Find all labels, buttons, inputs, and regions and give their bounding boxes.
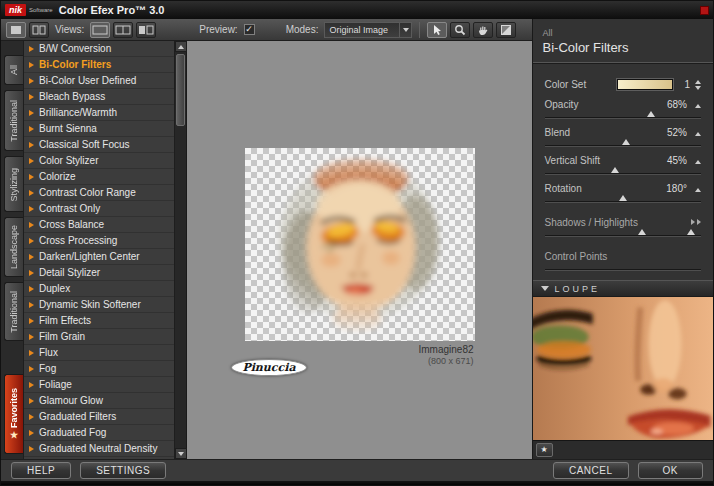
filter-list-item[interactable]: Color Stylizer xyxy=(24,153,174,169)
filter-list-item[interactable]: Graduated Filters xyxy=(24,409,174,425)
scrollbar-thumb[interactable] xyxy=(176,54,185,126)
filter-list-scrollbar[interactable] xyxy=(175,41,187,459)
filter-bullet-icon xyxy=(29,142,34,148)
filter-list-item[interactable]: Cross Processing xyxy=(24,233,174,249)
panel-controls: Color Set 1 Opacity 68% xyxy=(533,63,714,270)
filter-list-item[interactable]: Film Grain xyxy=(24,329,174,345)
filter-list-item[interactable]: Foliage xyxy=(24,377,174,393)
filter-list-item[interactable]: B/W Conversion xyxy=(24,41,174,57)
modes-select[interactable]: Original Image xyxy=(324,22,412,38)
slider-value: 45% xyxy=(667,155,687,166)
loupe-preview[interactable] xyxy=(533,297,714,440)
slider-handle[interactable] xyxy=(647,111,655,117)
shadows-highlights-section: Shadows / Highlights xyxy=(545,216,702,236)
slider-label: Vertical Shift xyxy=(545,155,601,166)
image-title: Immagine82 xyxy=(418,344,473,355)
filter-list-item[interactable]: Dynamic Skin Softener xyxy=(24,297,174,313)
filter-list-item[interactable]: Cross Balance xyxy=(24,217,174,233)
shadows-handle[interactable] xyxy=(638,229,646,235)
filter-bullet-icon xyxy=(29,366,34,372)
view-split-icon xyxy=(115,25,131,35)
ok-button[interactable]: OK xyxy=(638,462,703,479)
filter-list-item[interactable]: Darken/Lighten Center xyxy=(24,249,174,265)
filter-list-item[interactable]: Glamour Glow xyxy=(24,393,174,409)
slider-track[interactable] xyxy=(545,166,702,174)
slider-handle[interactable] xyxy=(619,195,627,201)
slider-value: 180° xyxy=(666,183,687,194)
filter-list-item[interactable]: Contrast Only xyxy=(24,201,174,217)
filter-bullet-icon xyxy=(29,430,34,436)
scroll-down-icon[interactable] xyxy=(175,448,187,459)
filter-list-item[interactable]: Graduated Fog xyxy=(24,425,174,441)
filter-list-item[interactable]: Classical Soft Focus xyxy=(24,137,174,153)
view-split-vertical-button[interactable] xyxy=(113,22,133,38)
scroll-up-icon[interactable] xyxy=(175,41,187,52)
layout-split-button[interactable] xyxy=(29,22,49,38)
filter-label: Fog xyxy=(39,363,56,374)
filter-label: Burnt Sienna xyxy=(39,123,97,134)
filter-label: Film Grain xyxy=(39,331,85,342)
filter-bullet-icon xyxy=(29,126,34,132)
tab-all[interactable]: All xyxy=(4,55,23,85)
filter-list-item[interactable]: Detail Stylizer xyxy=(24,265,174,281)
filter-list-item[interactable]: Flux xyxy=(24,345,174,361)
loupe-pin-button[interactable]: ★ xyxy=(536,443,553,457)
select-tool-button[interactable] xyxy=(427,22,447,38)
tab-traditional-2[interactable]: Traditional xyxy=(4,282,23,342)
filter-label: Film Effects xyxy=(39,315,91,326)
layout-single-button[interactable] xyxy=(6,22,26,38)
settings-button[interactable]: SETTINGS xyxy=(80,462,166,479)
filter-list-item[interactable]: Bi-Color User Defined xyxy=(24,73,174,89)
preview-canvas[interactable]: Immagine82 (800 x 671) Pinuccia xyxy=(187,41,532,459)
tab-favorites[interactable]: Favorites ★ xyxy=(4,374,23,454)
slider-handle[interactable] xyxy=(611,167,619,173)
filter-bullet-icon xyxy=(29,350,34,356)
highlights-handle[interactable] xyxy=(687,229,695,235)
color-set-spinner[interactable] xyxy=(695,80,701,90)
window-title: Color Efex Pro™ 3.0 xyxy=(59,4,165,16)
filter-label: Cross Balance xyxy=(39,219,104,230)
help-button[interactable]: HELP xyxy=(11,462,71,479)
filter-list-item[interactable]: Colorize xyxy=(24,169,174,185)
toolbar: Views: Preview: ✓ Modes: Original Image xyxy=(1,19,532,41)
preview-checkbox[interactable]: ✓ xyxy=(244,24,255,35)
loupe-footer: ★ xyxy=(533,440,714,459)
cancel-button[interactable]: CANCEL xyxy=(553,462,629,479)
slider-nudge-icon[interactable] xyxy=(695,155,701,166)
slider-track[interactable] xyxy=(545,138,702,146)
filter-list-item[interactable]: Film Effects xyxy=(24,313,174,329)
color-set-swatch[interactable] xyxy=(617,79,673,90)
slider-nudge-icon[interactable] xyxy=(695,99,701,110)
tab-stylizing[interactable]: Stylizing xyxy=(4,156,23,212)
filter-list-item[interactable]: Graduated Neutral Density xyxy=(24,441,174,457)
filter-label: Colorize xyxy=(39,171,76,182)
slider-handle[interactable] xyxy=(622,139,630,145)
filter-list-item[interactable]: Duplex xyxy=(24,281,174,297)
loupe-label: LOUPE xyxy=(555,284,601,294)
slider-nudge-icon[interactable] xyxy=(695,183,701,194)
expand-arrows-icon[interactable] xyxy=(691,219,701,225)
zoom-tool-button[interactable] xyxy=(450,22,470,38)
filter-list-item[interactable]: Bleach Bypass xyxy=(24,89,174,105)
loupe-header[interactable]: LOUPE xyxy=(533,280,714,297)
slider-track[interactable] xyxy=(545,110,702,118)
tab-traditional[interactable]: Traditional xyxy=(4,90,23,152)
star-icon: ★ xyxy=(540,446,547,454)
background-color-button[interactable] xyxy=(496,22,516,38)
view-single-button[interactable] xyxy=(90,22,110,38)
slider-row: Rotation 180° xyxy=(545,182,702,202)
slider-track[interactable] xyxy=(545,194,702,202)
filter-list-item[interactable]: Contrast Color Range xyxy=(24,185,174,201)
filter-list-item[interactable]: Burnt Sienna xyxy=(24,121,174,137)
tab-landscape[interactable]: Landscape xyxy=(4,217,23,277)
close-icon[interactable] xyxy=(700,6,709,15)
view-side-by-side-button[interactable] xyxy=(136,22,156,38)
shadows-highlights-track[interactable] xyxy=(545,228,702,236)
filter-bullet-icon xyxy=(29,446,34,452)
filter-label: Classical Soft Focus xyxy=(39,139,130,150)
filter-list-item[interactable]: Brilliance/Warmth xyxy=(24,105,174,121)
filter-list-item[interactable]: Fog xyxy=(24,361,174,377)
slider-nudge-icon[interactable] xyxy=(695,127,701,138)
pan-tool-button[interactable] xyxy=(473,22,493,38)
filter-list-item[interactable]: Bi-Color Filters xyxy=(24,57,174,73)
